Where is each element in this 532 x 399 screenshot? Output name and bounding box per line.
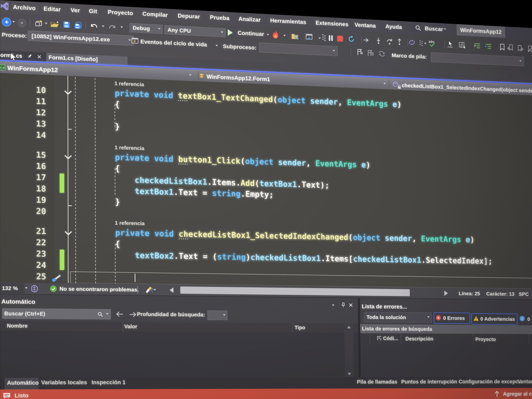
collapse-chevron-icon[interactable] bbox=[64, 152, 72, 159]
zoom-caret-icon[interactable] bbox=[25, 287, 28, 289]
indent-increase-icon[interactable] bbox=[485, 43, 492, 51]
feedback-bubble-icon[interactable] bbox=[2, 392, 11, 399]
navbar-project-dropdown[interactable]: WinFormsApp12 bbox=[7, 64, 58, 74]
scroll-down-arrow[interactable] bbox=[348, 373, 351, 375]
problems-status[interactable]: No se encontraron problemas. bbox=[59, 286, 139, 293]
forward-arrow-icon[interactable] bbox=[129, 311, 137, 318]
continue-play-icon[interactable] bbox=[228, 29, 233, 36]
step-out-icon[interactable] bbox=[396, 38, 403, 45]
column-divider[interactable] bbox=[292, 323, 292, 332]
autos-vertical-scrollbar[interactable] bbox=[344, 323, 354, 378]
lifecycle-events-icon[interactable] bbox=[131, 37, 139, 44]
column-header-proyecto[interactable]: Proyecto bbox=[475, 336, 496, 342]
lifecycle-events-button[interactable]: Eventos del ciclo de vida bbox=[140, 38, 207, 48]
search-depth-dropdown[interactable] bbox=[207, 310, 227, 320]
panel-tab-configuracion-excepciones[interactable]: Configuración de excepc... bbox=[459, 379, 522, 385]
pointer-list-icon[interactable] bbox=[458, 41, 466, 49]
solution-name-box[interactable]: WinFormsApp12 bbox=[457, 24, 505, 38]
intellitrace-swirl-icon[interactable] bbox=[408, 38, 416, 46]
panel-tab-variables-locales[interactable]: Variables locales bbox=[41, 379, 87, 386]
flag-threads-icon[interactable] bbox=[367, 49, 374, 57]
search-options-caret-icon[interactable] bbox=[106, 313, 109, 315]
spell-check-abc-icon[interactable]: abc bbox=[428, 39, 437, 48]
autos-search-input[interactable]: Buscar (Ctrl+E) bbox=[2, 308, 111, 320]
bookmark-icon[interactable] bbox=[499, 43, 505, 51]
home-caret-icon[interactable] bbox=[318, 38, 321, 39]
code-cleanup-broom-icon[interactable] bbox=[145, 286, 153, 294]
code-line[interactable]: { bbox=[75, 97, 120, 110]
codelens-references[interactable]: 1 referencia bbox=[114, 79, 144, 89]
menu-depurar[interactable]: Depurar bbox=[178, 13, 200, 20]
undo-button[interactable] bbox=[90, 22, 98, 30]
find-in-files-icon[interactable] bbox=[291, 32, 299, 40]
scroll-up-arrow[interactable] bbox=[347, 326, 351, 328]
thread-dropdown[interactable] bbox=[259, 43, 338, 56]
scroll-right-arrow[interactable] bbox=[444, 291, 448, 296]
menu-ventana[interactable]: Ventana bbox=[355, 22, 376, 29]
save-button[interactable] bbox=[63, 21, 70, 29]
column-header-descripcion[interactable]: Descripción bbox=[405, 336, 433, 342]
menu-compilar[interactable]: Compilar bbox=[142, 11, 168, 18]
undo-caret-icon[interactable] bbox=[102, 25, 105, 27]
break-all-pause-button[interactable] bbox=[328, 34, 334, 42]
lifecycle-caret-icon[interactable] bbox=[215, 45, 218, 46]
back-arrow-icon[interactable] bbox=[116, 311, 124, 318]
new-project-button[interactable] bbox=[34, 19, 43, 28]
hot-reload-caret-icon[interactable] bbox=[283, 35, 286, 36]
solution-platforms-dropdown[interactable]: Any CPU bbox=[165, 25, 226, 37]
process-dropdown[interactable]: [10852] WinFormsApp12.exe bbox=[28, 31, 134, 46]
clear-bookmarks-icon[interactable] bbox=[527, 45, 532, 53]
menu-editar[interactable]: Editar bbox=[44, 5, 61, 13]
error-list-grid[interactable] bbox=[360, 344, 532, 378]
restart-button[interactable] bbox=[348, 35, 355, 43]
warnings-filter-button[interactable]: 0 Advertencias bbox=[471, 313, 518, 325]
codelens-references[interactable]: 1 referencia bbox=[115, 219, 145, 228]
copilot-status-icon[interactable] bbox=[31, 284, 38, 293]
code-line[interactable]: private void checkedListBox1_SelectedInd… bbox=[76, 226, 475, 245]
column-header-tipo[interactable]: Tipo bbox=[295, 325, 305, 330]
messages-count[interactable]: 0 bbox=[527, 317, 530, 322]
menu-ayuda[interactable]: Ayuda bbox=[386, 23, 402, 30]
hot-reload-icon[interactable] bbox=[272, 30, 280, 39]
column-header-valor[interactable]: Valor bbox=[124, 323, 137, 329]
navigate-back-button[interactable] bbox=[2, 17, 11, 27]
project-caret-icon[interactable] bbox=[189, 74, 192, 76]
menu-prueba[interactable]: Prueba bbox=[210, 14, 229, 21]
add-to-source-control-button[interactable]: Agregar al control de código fuente bbox=[503, 391, 532, 397]
code-cleanup-caret-icon[interactable] bbox=[153, 289, 156, 291]
scroll-left-arrow[interactable] bbox=[170, 287, 173, 293]
code-line[interactable]: { bbox=[76, 162, 120, 174]
menu-archivo[interactable]: Archivo bbox=[13, 4, 36, 12]
navigate-forward-button[interactable] bbox=[18, 19, 26, 27]
navbar-class-dropdown[interactable]: WinFormsApp12.Form1 bbox=[207, 73, 270, 82]
errors-filter-button[interactable]: 0 Errores bbox=[434, 312, 470, 324]
code-line[interactable]: private void textBox1_TextChanged(object… bbox=[75, 86, 402, 110]
code-line[interactable]: textBox2.Text = (string)checkedListBox1.… bbox=[76, 249, 493, 267]
search-button[interactable]: Buscar bbox=[425, 25, 443, 32]
search-caret-icon[interactable] bbox=[444, 28, 446, 30]
solution-configurations-dropdown[interactable]: Debug bbox=[130, 23, 163, 34]
collapse-chevron-icon[interactable] bbox=[64, 88, 72, 95]
error-scope-dropdown[interactable]: Toda la solución bbox=[364, 312, 432, 323]
open-file-button[interactable] bbox=[50, 20, 59, 28]
filter-icon[interactable] bbox=[377, 336, 382, 341]
solution-explorer-home-icon[interactable] bbox=[305, 33, 313, 41]
stack-frame-dropdown[interactable] bbox=[431, 52, 524, 66]
save-all-button[interactable] bbox=[74, 21, 82, 29]
step-into-icon[interactable] bbox=[375, 37, 382, 44]
window-position-caret-icon[interactable] bbox=[332, 304, 334, 306]
menu-ver[interactable]: Ver bbox=[71, 7, 80, 14]
previous-bookmark-icon[interactable] bbox=[507, 44, 514, 52]
column-header-nombre[interactable]: Nombre bbox=[7, 323, 28, 329]
panel-tab-ventana[interactable]: Ventana bbox=[518, 379, 532, 385]
indent-decrease-icon[interactable] bbox=[474, 42, 481, 50]
menu-proyecto[interactable]: Proyecto bbox=[108, 9, 133, 17]
continue-button[interactable]: Continuar bbox=[238, 30, 264, 37]
column-header-codigo[interactable]: Códi... bbox=[383, 336, 398, 341]
dotted-bar-caret-icon[interactable] bbox=[424, 43, 426, 44]
code-line[interactable]: } bbox=[75, 119, 120, 132]
close-icon[interactable] bbox=[37, 55, 42, 59]
menu-extensiones[interactable]: Extensiones bbox=[316, 20, 348, 28]
menu-herramientas[interactable]: Herramientas bbox=[270, 17, 306, 25]
code-line[interactable]: { bbox=[76, 238, 120, 249]
